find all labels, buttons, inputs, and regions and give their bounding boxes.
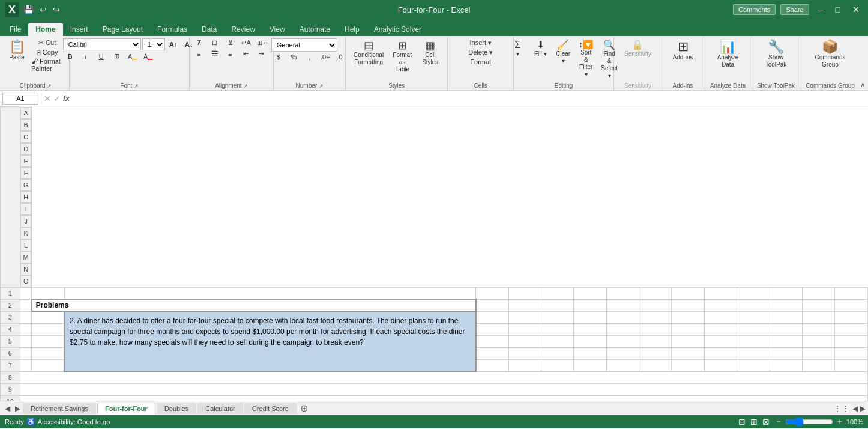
cell-F2[interactable] [541, 299, 573, 311]
tab-review[interactable]: Review [224, 23, 262, 36]
col-header-B[interactable]: B [20, 119, 32, 131]
cell-J6[interactable] [672, 347, 704, 359]
col-header-F[interactable]: F [20, 167, 32, 179]
cell-A1[interactable] [20, 287, 32, 299]
tab-view[interactable]: View [262, 23, 292, 36]
copy-button[interactable]: ⎘ Copy [29, 48, 65, 56]
cell-F3[interactable] [541, 311, 573, 323]
tab-automate[interactable]: Automate [292, 23, 337, 36]
col-header-J[interactable]: J [20, 215, 32, 227]
close-icon[interactable]: ✕ [849, 5, 863, 14]
cell-D2[interactable] [476, 299, 508, 311]
cell-I5[interactable] [639, 335, 672, 347]
cell-E3[interactable] [508, 311, 541, 323]
clear-button[interactable]: 🧹 Clear ▾ [552, 38, 574, 67]
align-top-button[interactable]: ⊼ [192, 38, 206, 47]
sheet-nav-prev-button[interactable]: ◀ [2, 404, 13, 413]
toolpak-button[interactable]: 🔧 ShowToolPak [762, 38, 790, 70]
cell-F5[interactable] [541, 335, 573, 347]
cell-F4[interactable] [541, 323, 573, 335]
cell-F7[interactable] [541, 359, 573, 371]
col-header-E[interactable]: E [20, 155, 32, 167]
cell-E6[interactable] [508, 347, 541, 359]
cell-L4[interactable] [737, 323, 770, 335]
align-center-button[interactable]: ☰ [208, 49, 222, 59]
increase-font-button[interactable]: A↑ [166, 40, 181, 49]
format-as-table-button[interactable]: ⊞ Format asTable [387, 38, 418, 75]
cell-M6[interactable] [770, 347, 802, 359]
cell-B6[interactable] [32, 347, 64, 359]
cell-N7[interactable] [803, 359, 835, 371]
maximize-icon[interactable]: □ [832, 5, 844, 14]
cell-O6[interactable] [835, 347, 868, 359]
cell-O2[interactable] [835, 299, 868, 311]
cell-B3[interactable] [32, 311, 64, 323]
cell-K2[interactable] [704, 299, 737, 311]
cell-B5[interactable] [32, 335, 64, 347]
border-button[interactable]: ⊞ [110, 52, 124, 61]
col-header-N[interactable]: N [20, 263, 32, 275]
row-num-3[interactable]: 3 [1, 311, 20, 323]
sensitivity-button[interactable]: 🔒 Sensitivity [621, 38, 654, 59]
zoom-out-button[interactable]: － [774, 416, 783, 427]
cell-L2[interactable] [737, 299, 770, 311]
row-num-1[interactable]: 1 [1, 287, 20, 299]
col-header-L[interactable]: L [20, 239, 32, 251]
cell-G3[interactable] [574, 311, 606, 323]
sort-filter-button[interactable]: ↕🔽 Sort &Filter ▾ [575, 38, 597, 80]
cell-L3[interactable] [737, 311, 770, 323]
fill-color-button[interactable]: A▁ [125, 52, 140, 61]
cell-E2[interactable] [508, 299, 541, 311]
cell-N2[interactable] [803, 299, 835, 311]
row-num-5[interactable]: 5 [1, 335, 20, 347]
percent-button[interactable]: % [287, 53, 301, 61]
cell-H3[interactable] [606, 311, 639, 323]
cell-B2-merged[interactable]: Problems [32, 299, 476, 311]
format-painter-button[interactable]: 🖌 Format Painter [29, 57, 65, 73]
sheet-options-icon[interactable]: ⋮⋮ [833, 404, 850, 413]
cell-D5[interactable] [476, 335, 508, 347]
font-size-select[interactable]: 11 [142, 38, 165, 50]
insert-function-icon[interactable]: fx [63, 94, 70, 103]
delete-cells-button[interactable]: Delete ▾ [466, 48, 495, 57]
quick-access-save[interactable]: 💾 [22, 5, 35, 14]
autosum-button[interactable]: Σ ▾ [507, 38, 528, 59]
align-middle-button[interactable]: ⊟ [208, 38, 222, 47]
col-header-M[interactable]: M [20, 251, 32, 263]
sheet-tab-four-for-four[interactable]: Four-for-Four [97, 403, 155, 415]
cell-J4[interactable] [672, 323, 704, 335]
cell-A8[interactable] [20, 371, 867, 383]
cell-N4[interactable] [803, 323, 835, 335]
bold-button[interactable]: B [63, 52, 77, 61]
cell-A6[interactable] [20, 347, 32, 359]
merge-center-button[interactable]: ⊞↔ [255, 38, 271, 47]
cell-B1[interactable] [32, 287, 64, 299]
cell-J3[interactable] [672, 311, 704, 323]
accounting-button[interactable]: $ [271, 53, 286, 61]
underline-button[interactable]: U [94, 52, 109, 61]
normal-view-button[interactable]: ⊟ [738, 417, 746, 427]
cell-A10[interactable] [20, 395, 867, 401]
cell-A2[interactable] [20, 299, 32, 311]
cancel-formula-icon[interactable]: ✕ [44, 94, 51, 103]
cell-D1[interactable] [476, 287, 508, 299]
cell-O7[interactable] [835, 359, 868, 371]
cell-H6[interactable] [606, 347, 639, 359]
cell-K7[interactable] [704, 359, 737, 371]
cell-K5[interactable] [704, 335, 737, 347]
cell-O5[interactable] [835, 335, 868, 347]
cell-A9[interactable] [20, 383, 867, 395]
analyze-data-button[interactable]: 📊 AnalyzeData [714, 38, 742, 70]
scroll-sheet-right-icon[interactable]: ▶ [860, 404, 866, 413]
cell-C1[interactable] [64, 287, 476, 299]
cell-L5[interactable] [737, 335, 770, 347]
tab-formulas[interactable]: Formulas [150, 23, 194, 36]
minimize-icon[interactable]: ─ [814, 5, 827, 14]
col-header-K[interactable]: K [20, 227, 32, 239]
cell-G5[interactable] [574, 335, 606, 347]
sheet-tab-doubles[interactable]: Doubles [157, 403, 196, 414]
cell-H1[interactable] [606, 287, 639, 299]
cell-K1[interactable] [704, 287, 737, 299]
row-num-6[interactable]: 6 [1, 347, 20, 359]
cell-K3[interactable] [704, 311, 737, 323]
